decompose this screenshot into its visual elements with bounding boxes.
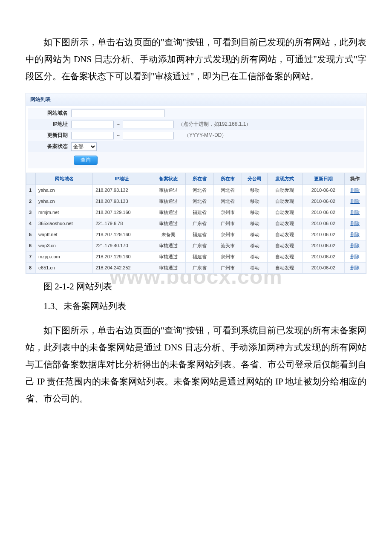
- form-row-ip: IP地址 ~ （点分十进制，如192.168.1.1）: [28, 119, 364, 130]
- section-1-3-title: 1.3、未备案网站列表: [26, 298, 366, 315]
- ip-to-input[interactable]: [123, 121, 174, 128]
- cell-ip: 218.207.93.133: [93, 196, 151, 207]
- cell-city: 广州市: [214, 218, 242, 229]
- cell-domain: mmjm.net: [36, 207, 93, 218]
- domain-input[interactable]: [71, 110, 165, 117]
- cell-date: 2010-06-02: [302, 251, 344, 262]
- paragraph-intro: 如下图所示，单击右边页面的"查询"按钮，可看到目前已发现的所有网站，此列表中的网…: [26, 34, 366, 85]
- cell-province: 广东省: [186, 240, 214, 251]
- table-row: 8e651.cn218.204.242.252审核通过广东省广州市移动自动发现2…: [26, 262, 366, 273]
- cell-method: 自动发现: [268, 262, 303, 273]
- cell-province: 广东省: [186, 262, 214, 273]
- table-row: 3mmjm.net218.207.129.160审核通过福建省泉州市移动自动发现…: [26, 207, 366, 218]
- cell-idx: 2: [26, 196, 36, 207]
- search-form: 网站域名 IP地址 ~ （点分十进制，如192.168.1.1） 更新日期: [26, 106, 366, 168]
- col-domain[interactable]: 网站域名: [36, 173, 93, 185]
- cell-ip: 218.207.93.132: [93, 185, 151, 196]
- cell-idx: 8: [26, 262, 36, 273]
- cell-city: 河北省: [214, 185, 242, 196]
- cell-city: 泉州市: [214, 229, 242, 240]
- label-ip: IP地址: [28, 121, 71, 128]
- cell-date: 2010-06-02: [302, 229, 344, 240]
- cell-status: 审核通过: [151, 207, 186, 218]
- cell-province: 福建省: [186, 229, 214, 240]
- results-table: 网站域名 IP地址 备案状态 所在省 所在市 分公司 发现方式 更新日期 操作 …: [26, 173, 366, 274]
- cell-method: 自动发现: [268, 240, 303, 251]
- delete-link[interactable]: 删除: [350, 265, 360, 270]
- cell-method: 自动发现: [268, 251, 303, 262]
- paragraph-1-3: 如下图所示，单击右边页面的"查询"按钮，可看到系统目前已发现的所有未备案网站，此…: [26, 322, 366, 407]
- cell-op: 删除: [344, 262, 366, 273]
- cell-province: 广东省: [186, 218, 214, 229]
- status-select[interactable]: 全部: [71, 142, 97, 151]
- cell-province: 福建省: [186, 207, 214, 218]
- cell-idx: 7: [26, 251, 36, 262]
- cell-province: 河北省: [186, 196, 214, 207]
- figure-caption: 图 2-1-2 网站列表: [26, 278, 366, 295]
- col-status[interactable]: 备案状态: [151, 173, 186, 185]
- cell-status: 审核通过: [151, 262, 186, 273]
- cell-domain: wap3.cn: [36, 240, 93, 251]
- cell-idx: 5: [26, 229, 36, 240]
- delete-link[interactable]: 删除: [350, 199, 360, 204]
- date-to-input[interactable]: [123, 132, 174, 139]
- date-from-input[interactable]: [71, 132, 114, 139]
- delete-link[interactable]: 删除: [350, 210, 360, 215]
- cell-date: 2010-06-02: [302, 207, 344, 218]
- cell-city: 河北省: [214, 196, 242, 207]
- col-date[interactable]: 更新日期: [302, 173, 344, 185]
- cell-date: 2010-06-02: [302, 262, 344, 273]
- cell-domain: mzpp.com: [36, 251, 93, 262]
- delete-link[interactable]: 删除: [350, 188, 360, 193]
- cell-idx: 6: [26, 240, 36, 251]
- cell-date: 2010-06-02: [302, 218, 344, 229]
- label-date: 更新日期: [28, 132, 71, 139]
- cell-method: 自动发现: [268, 185, 303, 196]
- search-button[interactable]: 查询: [74, 156, 98, 165]
- cell-province: 福建省: [186, 251, 214, 262]
- table-row: 6wap3.cn221.179.40.170审核通过广东省汕头市移动自动发现20…: [26, 240, 366, 251]
- col-method[interactable]: 发现方式: [268, 173, 303, 185]
- cell-method: 自动发现: [268, 218, 303, 229]
- cell-op: 删除: [344, 240, 366, 251]
- delete-link[interactable]: 删除: [350, 232, 360, 237]
- table-row: 5waptf.net218.207.129.160未备案福建省泉州市移动自动发现…: [26, 229, 366, 240]
- cell-date: 2010-06-02: [302, 240, 344, 251]
- cell-ip: 221.179.40.170: [93, 240, 151, 251]
- cell-branch: 移动: [242, 207, 268, 218]
- cell-method: 自动发现: [268, 196, 303, 207]
- cell-branch: 移动: [242, 196, 268, 207]
- tilde-sep: ~: [115, 121, 121, 127]
- cell-branch: 移动: [242, 218, 268, 229]
- cell-ip: 218.204.242.252: [93, 262, 151, 273]
- col-idx: [26, 173, 36, 185]
- ip-hint: （点分十进制，如192.168.1.1）: [178, 121, 251, 128]
- cell-status: 审核通过: [151, 218, 186, 229]
- cell-ip: 221.179.6.78: [93, 218, 151, 229]
- cell-status: 审核通过: [151, 240, 186, 251]
- cell-domain: yaha.cn: [36, 196, 93, 207]
- col-branch[interactable]: 分公司: [242, 173, 268, 185]
- col-op: 操作: [344, 173, 366, 185]
- form-row-date: 更新日期 ~ （YYYY-MM-DD）: [28, 130, 364, 141]
- table-row: 2yaha.cn218.207.93.133审核通过河北省河北省移动自动发现20…: [26, 196, 366, 207]
- delete-link[interactable]: 删除: [350, 254, 360, 259]
- table-row: 7mzpp.com218.207.129.160审核通过福建省泉州市移动自动发现…: [26, 251, 366, 262]
- cell-city: 广州市: [214, 262, 242, 273]
- delete-link[interactable]: 删除: [350, 221, 360, 226]
- form-row-status: 备案状态 全部: [28, 141, 364, 152]
- cell-branch: 移动: [242, 251, 268, 262]
- cell-status: 审核通过: [151, 185, 186, 196]
- cell-status: 未备案: [151, 229, 186, 240]
- cell-op: 删除: [344, 229, 366, 240]
- col-city[interactable]: 所在市: [214, 173, 242, 185]
- cell-idx: 3: [26, 207, 36, 218]
- ip-from-input[interactable]: [71, 121, 114, 128]
- cell-op: 删除: [344, 196, 366, 207]
- col-ip[interactable]: IP地址: [93, 173, 151, 185]
- col-province[interactable]: 所在省: [186, 173, 214, 185]
- delete-link[interactable]: 删除: [350, 243, 360, 248]
- table-header-row: 网站域名 IP地址 备案状态 所在省 所在市 分公司 发现方式 更新日期 操作: [26, 173, 366, 185]
- cell-op: 删除: [344, 251, 366, 262]
- cell-branch: 移动: [242, 262, 268, 273]
